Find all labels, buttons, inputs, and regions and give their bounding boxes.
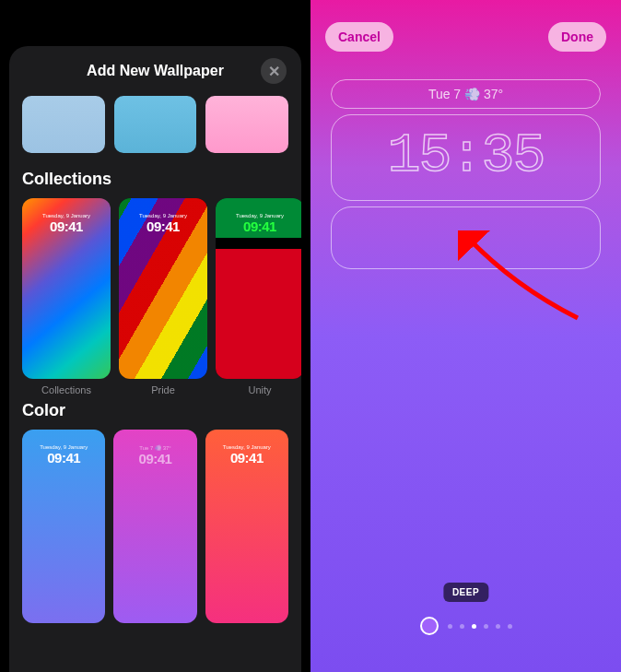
collection-label: Pride xyxy=(151,384,175,395)
thumb-date: Tue 7 💨 37° xyxy=(113,444,196,451)
date-widget-text: Tue 7 💨 37° xyxy=(428,87,503,101)
collection-label: Collections xyxy=(41,384,91,395)
page-dot-active[interactable] xyxy=(472,624,476,629)
page-dot[interactable] xyxy=(448,624,452,629)
wallpaper-sheet: Add New Wallpaper ✕ Collections Tuesday,… xyxy=(9,46,301,672)
color-heading: Color xyxy=(9,395,301,430)
page-dot[interactable] xyxy=(508,624,512,629)
page-dots xyxy=(448,624,512,629)
lockscreen-editor-panel: Cancel Done Tue 7 💨 37° 15:35 ＋ DEEP xyxy=(310,0,621,672)
thumb-clock: Tuesday, 9 January 09:41 xyxy=(22,444,105,466)
page-dot[interactable] xyxy=(496,624,500,629)
sheet-title: Add New Wallpaper xyxy=(87,63,224,79)
thumb-date: Tuesday, 9 January xyxy=(216,213,301,218)
collections-row: Tuesday, 9 January 09:41 Collections Tue… xyxy=(9,198,301,395)
thumb-date: Tuesday, 9 January xyxy=(119,213,207,218)
emoji-wallpaper-row xyxy=(9,96,301,164)
clock-time: 15:35 xyxy=(332,124,600,187)
thumb-clock: Tuesday, 9 January 09:41 xyxy=(216,213,301,234)
thumb-date: Tuesday, 9 January xyxy=(205,444,288,450)
collection-item: Tuesday, 9 January 09:41 Unity xyxy=(216,198,301,395)
collection-thumb-collections[interactable]: Tuesday, 9 January 09:41 xyxy=(22,198,111,379)
collection-thumb-unity[interactable]: Tuesday, 9 January 09:41 xyxy=(216,198,301,379)
wallpaper-picker-panel: Add New Wallpaper ✕ Collections Tuesday,… xyxy=(0,0,310,672)
thumb-clock: Tue 7 💨 37° 09:41 xyxy=(113,444,196,466)
emoji-wallpaper-mouse[interactable] xyxy=(205,96,288,153)
color-thumb-blue[interactable]: Tuesday, 9 January 09:41 xyxy=(22,430,105,623)
collection-item: Tuesday, 9 January 09:41 Pride xyxy=(119,198,207,395)
thumb-time: 09:41 xyxy=(113,451,196,466)
emoji-wallpaper-fish[interactable] xyxy=(114,96,197,153)
done-button[interactable]: Done xyxy=(548,22,606,52)
thumb-date: Tuesday, 9 January xyxy=(22,444,105,450)
color-row: Tuesday, 9 January 09:41 Tue 7 💨 37° 09:… xyxy=(9,430,301,623)
close-icon: ✕ xyxy=(268,63,280,80)
mode-label: DEEP xyxy=(443,583,488,602)
thumb-time: 09:41 xyxy=(119,218,207,234)
collections-heading: Collections xyxy=(9,164,301,198)
color-thumb-purple[interactable]: Tue 7 💨 37° 09:41 xyxy=(113,430,196,623)
thumb-time: 09:41 xyxy=(216,218,301,234)
close-button[interactable]: ✕ xyxy=(261,58,287,84)
editor-top-buttons: Cancel Done xyxy=(325,22,606,52)
page-dot[interactable] xyxy=(460,624,464,629)
color-pager xyxy=(310,617,621,635)
page-dot[interactable] xyxy=(484,624,488,629)
thumb-time: 09:41 xyxy=(22,218,111,234)
sheet-header: Add New Wallpaper ✕ xyxy=(9,46,301,96)
thumb-time: 09:41 xyxy=(22,450,105,466)
annotation-arrow-icon xyxy=(458,230,587,323)
thumb-clock: Tuesday, 9 January 09:41 xyxy=(22,213,111,234)
collection-label: Unity xyxy=(248,384,271,395)
date-widget-slot[interactable]: Tue 7 💨 37° xyxy=(331,79,601,109)
color-picker-button[interactable] xyxy=(420,617,439,635)
color-thumb-pink[interactable]: Tuesday, 9 January 09:41 xyxy=(205,430,288,623)
thumb-time: 09:41 xyxy=(205,450,288,466)
clock-widget-slot[interactable]: 15:35 xyxy=(331,114,601,201)
collection-thumb-pride[interactable]: Tuesday, 9 January 09:41 xyxy=(119,198,207,379)
cancel-button[interactable]: Cancel xyxy=(325,22,393,52)
thumb-clock: Tuesday, 9 January 09:41 xyxy=(119,213,207,234)
collection-item: Tuesday, 9 January 09:41 Collections xyxy=(22,198,111,395)
thumb-clock: Tuesday, 9 January 09:41 xyxy=(205,444,288,466)
thumb-date: Tuesday, 9 January xyxy=(22,213,111,218)
emoji-wallpaper-planes[interactable] xyxy=(22,96,105,153)
